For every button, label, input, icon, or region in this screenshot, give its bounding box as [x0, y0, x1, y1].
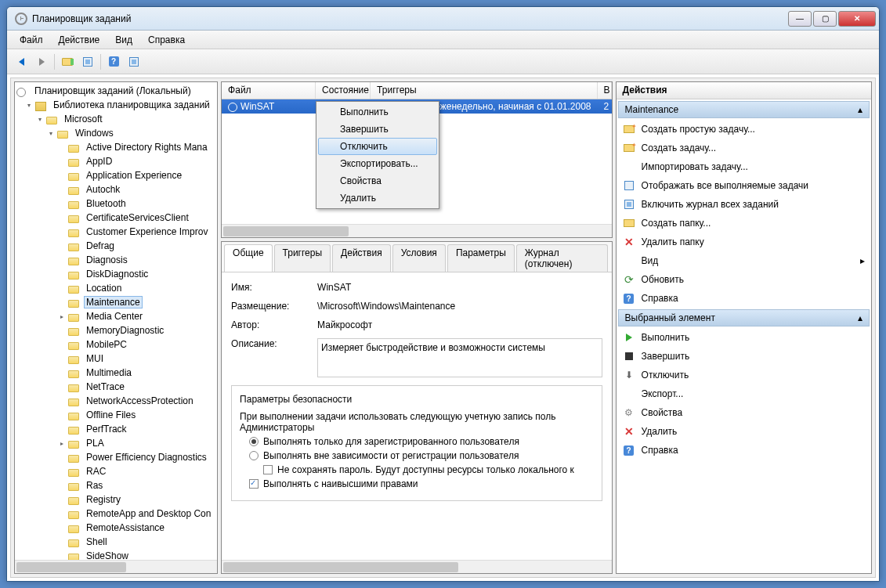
action-end[interactable]: Завершить: [617, 347, 871, 366]
radio-logged-on[interactable]: [249, 437, 259, 446]
tree-folder[interactable]: Defrag: [16, 239, 215, 253]
expand-icon[interactable]: ▾: [35, 114, 45, 124]
action-enable-history[interactable]: Включить журнал всех заданий: [617, 195, 871, 214]
expand-icon[interactable]: ▾: [46, 128, 56, 138]
expand-icon[interactable]: [57, 213, 67, 222]
forward-button[interactable]: [32, 52, 51, 71]
col-state[interactable]: Состояние: [316, 82, 371, 99]
tree-folder[interactable]: MemoryDiagnostic: [16, 323, 215, 337]
tree-windows[interactable]: ▾ Windows: [16, 126, 215, 140]
tree-folder[interactable]: Multimedia: [16, 366, 215, 380]
tab-general[interactable]: Общие: [224, 244, 272, 272]
tree-folder[interactable]: DiskDiagnostic: [16, 267, 215, 281]
expand-icon[interactable]: [57, 157, 67, 166]
tree-folder[interactable]: Shell: [16, 535, 215, 549]
action-refresh[interactable]: ⟳Обновить: [617, 270, 871, 289]
tab-triggers[interactable]: Триггеры: [274, 244, 331, 272]
action-props[interactable]: ⚙Свойства: [617, 403, 871, 422]
expand-icon[interactable]: [57, 326, 67, 335]
tree-folder[interactable]: Offline Files: [16, 408, 215, 422]
tree[interactable]: Планировщик заданий (Локальный) ▾ Библио…: [15, 82, 217, 560]
action-export[interactable]: Экспорт...: [617, 384, 871, 403]
expand-icon[interactable]: [57, 368, 67, 377]
action-delete[interactable]: ✕Удалить: [617, 422, 871, 441]
action-run[interactable]: Выполнить: [617, 328, 871, 347]
ctx-end[interactable]: Завершить: [318, 121, 437, 138]
expand-icon[interactable]: [57, 551, 67, 560]
tree-folder[interactable]: RAC: [16, 464, 215, 478]
expand-icon[interactable]: [57, 481, 67, 490]
expand-icon[interactable]: [57, 199, 67, 208]
expand-icon[interactable]: [57, 269, 67, 279]
tree-folder[interactable]: MobilePC: [16, 337, 215, 352]
tree-h-scrollbar[interactable]: [15, 560, 217, 573]
tree-folder[interactable]: ▸Media Center: [16, 309, 215, 323]
tree-folder[interactable]: RemoteApp and Desktop Con: [16, 507, 215, 521]
expand-icon[interactable]: [57, 255, 67, 265]
view-layout-button[interactable]: [125, 52, 143, 71]
ctx-props[interactable]: Свойства: [318, 172, 437, 189]
tree-microsoft[interactable]: ▾ Microsoft: [16, 112, 215, 126]
ctx-disable[interactable]: Отключить: [318, 138, 437, 155]
check-no-password[interactable]: [263, 465, 273, 474]
tree-folder[interactable]: CertificateServicesClient: [16, 211, 215, 225]
tree-folder[interactable]: NetworkAccessProtection: [16, 394, 215, 408]
check-highest-priv[interactable]: [249, 479, 259, 489]
close-button[interactable]: ✕: [838, 11, 876, 27]
col-file[interactable]: Файл: [222, 82, 316, 99]
tree-folder[interactable]: SideShow: [16, 549, 215, 560]
expand-icon[interactable]: ▾: [24, 100, 34, 110]
tree-folder[interactable]: AppID: [16, 154, 215, 168]
expand-icon[interactable]: [57, 227, 67, 236]
expand-icon[interactable]: [57, 340, 67, 349]
expand-icon[interactable]: [57, 283, 67, 293]
tree-folder[interactable]: Diagnosis: [16, 253, 215, 267]
tree-folder[interactable]: Bluetooth: [16, 197, 215, 211]
help-button[interactable]: ?: [104, 52, 123, 71]
titlebar[interactable]: Планировщик заданий — ▢ ✕: [7, 7, 879, 31]
expand-icon[interactable]: [57, 410, 67, 420]
menu-action[interactable]: Действие: [52, 33, 107, 47]
expand-icon[interactable]: [57, 142, 67, 152]
action-create-basic[interactable]: Создать простую задачу...: [617, 120, 871, 139]
ctx-run[interactable]: Выполнить: [318, 103, 437, 121]
col-last[interactable]: В: [598, 82, 612, 99]
tree-folder[interactable]: Ras: [16, 478, 215, 492]
tab-actions[interactable]: Действия: [332, 244, 391, 272]
action-create[interactable]: Создать задачу...: [617, 139, 871, 157]
action-delete-folder[interactable]: ✕Удалить папку: [617, 233, 871, 251]
list-body[interactable]: WinSAT Готов В 1:00 по ВС еженедельно, н…: [222, 99, 611, 224]
expand-icon[interactable]: [57, 382, 67, 391]
tree-folder[interactable]: Customer Experience Improv: [16, 225, 215, 239]
tree-folder[interactable]: Location: [16, 281, 215, 295]
tree-folder[interactable]: PerfTrack: [16, 422, 215, 436]
col-triggers[interactable]: Триггеры: [371, 82, 597, 99]
detail-h-scrollbar[interactable]: [222, 560, 611, 573]
action-disable[interactable]: ⬇Отключить: [617, 366, 871, 384]
expand-icon[interactable]: [57, 453, 67, 462]
menu-view[interactable]: Вид: [109, 33, 139, 47]
tab-history[interactable]: Журнал (отключен): [516, 244, 608, 272]
expand-icon[interactable]: [57, 509, 67, 518]
tree-folder[interactable]: Application Experience: [16, 168, 215, 182]
ctx-delete[interactable]: Удалить: [318, 189, 437, 207]
expand-icon[interactable]: [57, 185, 67, 194]
tree-root[interactable]: Планировщик заданий (Локальный): [16, 84, 215, 98]
expand-icon[interactable]: ▸: [57, 438, 67, 448]
expand-icon[interactable]: [57, 241, 67, 251]
tree-folder[interactable]: Power Efficiency Diagnostics: [16, 450, 215, 464]
menu-file[interactable]: Файл: [13, 33, 49, 47]
view-panes-button[interactable]: [78, 52, 97, 71]
tree-folder[interactable]: NetTrace: [16, 380, 215, 394]
section-selected[interactable]: Выбранный элемент▴: [618, 309, 870, 326]
action-help2[interactable]: ?Справка: [617, 441, 871, 460]
back-button[interactable]: [12, 52, 31, 71]
action-view[interactable]: Вид▸: [617, 251, 871, 270]
expand-icon[interactable]: [57, 424, 67, 434]
expand-icon[interactable]: [57, 396, 67, 406]
action-help[interactable]: ?Справка: [617, 289, 871, 308]
maximize-button[interactable]: ▢: [813, 11, 837, 27]
menu-help[interactable]: Справка: [142, 33, 191, 47]
tab-settings[interactable]: Параметры: [447, 244, 515, 272]
list-h-scrollbar[interactable]: [222, 224, 611, 237]
